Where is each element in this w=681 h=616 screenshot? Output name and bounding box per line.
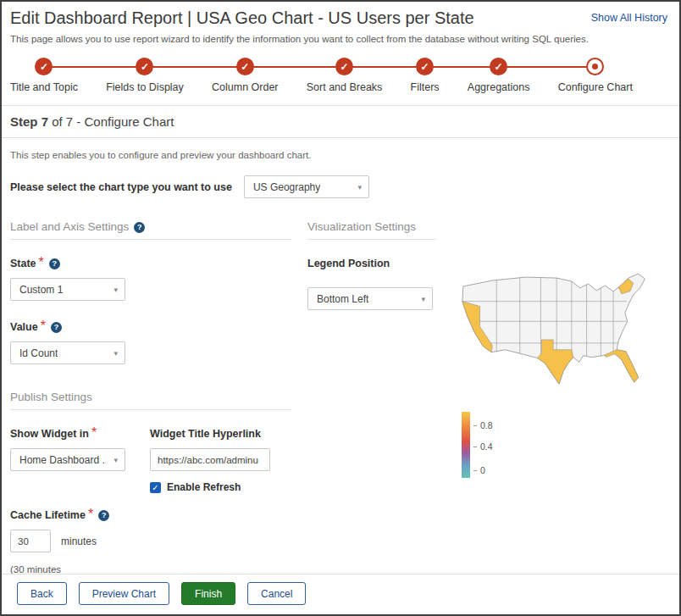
step-label: Aggregations xyxy=(468,81,530,93)
help-icon[interactable]: ? xyxy=(134,222,145,233)
visualization-heading: Visualization Settings xyxy=(307,220,436,240)
back-button[interactable]: Back xyxy=(17,582,67,605)
check-glyph: ✓ xyxy=(241,61,249,73)
legend-position-label-row: Legend Position xyxy=(307,255,436,270)
show-widget-field: Show Widget in* Home Dashboard ... ▾ xyxy=(10,425,150,493)
step-heading-bold: Step 7 xyxy=(10,114,48,129)
step-fields-to-display[interactable]: ✓ Fields to Display xyxy=(106,58,184,93)
show-widget-value: Home Dashboard ... xyxy=(19,454,106,466)
value-select-value: Id Count xyxy=(19,347,58,359)
publish-settings-heading-text: Publish Settings xyxy=(10,391,92,403)
state-label: State xyxy=(10,258,36,269)
check-icon: ✓ xyxy=(416,58,434,75)
chart-type-select[interactable]: US Geography ▾ xyxy=(244,175,369,198)
required-asterisk: * xyxy=(91,425,97,440)
step-heading: Step 7 of 7 - Configure Chart xyxy=(10,114,671,129)
check-glyph: ✓ xyxy=(340,61,349,73)
cache-lifetime-input[interactable] xyxy=(10,530,51,552)
chart-type-label: Please select the chart type you want to… xyxy=(10,181,232,193)
legend-position-select[interactable]: Bottom Left ▾ xyxy=(307,287,433,310)
chevron-down-icon: ▾ xyxy=(421,295,425,303)
step-label: Filters xyxy=(411,81,440,93)
page-header: Edit Dashboard Report | USA Geo Chart - … xyxy=(10,2,671,28)
preview-chart-button[interactable]: Preview Chart xyxy=(79,582,169,605)
chevron-down-icon: ▾ xyxy=(357,183,362,191)
page-title: Edit Dashboard Report | USA Geo Chart - … xyxy=(10,8,474,28)
checkbox-checked-icon[interactable]: ✓ xyxy=(150,482,161,493)
value-label-row: Value*? xyxy=(10,319,302,334)
step-label: Fields to Display xyxy=(106,81,184,93)
label-axis-heading-text: Label and Axis Settings xyxy=(10,220,129,233)
legend-tick-label: 0.4 xyxy=(480,441,493,452)
step-label: Title and Topic xyxy=(10,81,78,93)
value-field: Value*? Id Count ▾ xyxy=(10,319,302,364)
cache-lifetime-label: Cache Lifetime xyxy=(10,509,86,521)
enable-refresh-label: Enable Refresh xyxy=(167,481,241,493)
legend-tick xyxy=(473,425,477,426)
step-column-order[interactable]: ✓ Column Order xyxy=(212,58,279,93)
wizard-stepper: ✓ Title and Topic ✓ Fields to Display ✓ … xyxy=(10,58,671,93)
required-asterisk: * xyxy=(41,319,46,333)
us-map xyxy=(455,269,672,403)
hyperlink-input[interactable] xyxy=(150,448,270,471)
value-label: Value xyxy=(10,321,38,333)
hyperlink-label: Widget Title Hyperlink xyxy=(150,428,261,440)
hyperlink-field: Widget Title Hyperlink ✓ Enable Refresh xyxy=(150,425,270,493)
chart-preview-column: 0.8 0.4 0 xyxy=(455,220,672,616)
check-glyph: ✓ xyxy=(40,61,48,73)
legend-tick xyxy=(473,447,477,447)
state-label-row: State*? xyxy=(10,255,302,270)
required-asterisk: * xyxy=(88,507,93,521)
step-title-and-topic[interactable]: ✓ Title and Topic xyxy=(10,58,78,93)
check-icon: ✓ xyxy=(35,58,53,75)
show-widget-label-row: Show Widget in* xyxy=(10,425,150,441)
wizard-footer: Back Preview Chart Finish Cancel xyxy=(2,574,679,614)
step-aggregations[interactable]: ✓ Aggregations xyxy=(468,58,530,93)
state-select-value: Custom 1 xyxy=(19,284,63,296)
check-icon: ✓ xyxy=(136,58,153,75)
step-configure-chart[interactable]: Configure Chart xyxy=(558,58,633,93)
step-label: Column Order xyxy=(212,81,279,93)
finish-button[interactable]: Finish xyxy=(181,582,235,605)
step-description: This step enables you to configure and p… xyxy=(10,150,671,160)
label-axis-column: Label and Axis Settings? State*? Custom … xyxy=(10,220,302,616)
help-icon[interactable]: ? xyxy=(51,322,62,333)
legend-position-label: Legend Position xyxy=(307,258,390,269)
divider xyxy=(2,105,679,106)
divider xyxy=(2,137,679,138)
check-glyph: ✓ xyxy=(141,61,149,73)
cancel-button[interactable]: Cancel xyxy=(247,582,306,605)
help-icon[interactable]: ? xyxy=(49,258,60,269)
step-label: Configure Chart xyxy=(558,81,633,93)
legend-tick-label: 0.8 xyxy=(480,420,493,430)
check-icon: ✓ xyxy=(236,58,254,75)
state-field: State*? Custom 1 ▾ xyxy=(10,255,302,301)
hyperlink-label-row: Widget Title Hyperlink xyxy=(150,425,270,441)
chevron-down-icon: ▾ xyxy=(114,456,118,464)
settings-columns: Label and Axis Settings? State*? Custom … xyxy=(10,220,671,616)
show-widget-select[interactable]: Home Dashboard ... ▾ xyxy=(10,448,125,471)
value-select[interactable]: Id Count ▾ xyxy=(10,341,125,364)
visualization-heading-text: Visualization Settings xyxy=(307,220,416,233)
publish-settings-heading: Publish Settings xyxy=(10,391,291,410)
current-step-icon xyxy=(586,58,604,75)
check-glyph: ✓ xyxy=(421,61,429,73)
step-filters[interactable]: ✓ Filters xyxy=(411,58,440,93)
show-all-history-link[interactable]: Show All History xyxy=(591,12,671,24)
visualization-column: Visualization Settings Legend Position B… xyxy=(307,220,436,616)
map-legend: 0.8 0.4 0 xyxy=(462,412,521,481)
step-label: Sort and Breaks xyxy=(307,81,383,93)
help-icon[interactable]: ? xyxy=(98,510,109,521)
enable-refresh-row[interactable]: ✓ Enable Refresh xyxy=(150,481,270,493)
cache-input-row: minutes xyxy=(10,530,302,552)
chart-preview: 0.8 0.4 0 xyxy=(455,269,672,481)
cache-label-row: Cache Lifetime*? xyxy=(10,507,302,522)
state-florida xyxy=(605,350,638,382)
show-widget-label: Show Widget in xyxy=(10,428,89,440)
state-select[interactable]: Custom 1 ▾ xyxy=(10,278,125,301)
page-description: This page allows you to use report wizar… xyxy=(10,34,671,44)
step-sort-and-breaks[interactable]: ✓ Sort and Breaks xyxy=(307,58,383,93)
label-axis-heading: Label and Axis Settings? xyxy=(10,220,291,240)
legend-gradient-bar xyxy=(462,412,470,478)
chevron-down-icon: ▾ xyxy=(114,286,118,294)
